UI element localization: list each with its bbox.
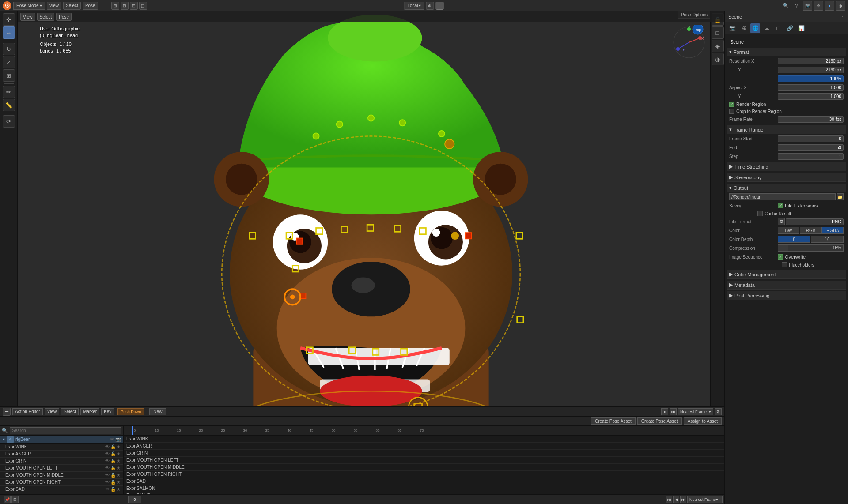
assign-asset-btn[interactable]: Assign to Asset bbox=[684, 417, 722, 425]
view-menu[interactable]: View bbox=[47, 2, 62, 10]
file-format-value[interactable]: PNG bbox=[786, 218, 844, 225]
vp-pose-btn[interactable]: Pose bbox=[56, 13, 72, 21]
constraint-tab[interactable]: 🔗 bbox=[785, 23, 795, 33]
tl-settings-btn[interactable]: ⚙ bbox=[715, 408, 722, 415]
cursor-tool[interactable]: ✛ bbox=[3, 13, 15, 26]
channel-search-input[interactable] bbox=[10, 427, 121, 434]
lock-icon-ml[interactable]: 🔒 bbox=[110, 466, 116, 470]
channel-item-mouth-left[interactable]: Expr MOUTH OPEN LEFT 👁 🔒 ★ bbox=[0, 465, 123, 472]
action-editor-btn[interactable]: Action Editor bbox=[12, 408, 43, 415]
vp-view-btn[interactable]: View bbox=[20, 13, 35, 21]
tl-icon-2[interactable]: ⏭ bbox=[670, 408, 677, 415]
placeholders-checkbox[interactable] bbox=[782, 262, 787, 267]
lock-icon-sad[interactable]: 🔒 bbox=[110, 487, 116, 492]
transform-icon2[interactable] bbox=[435, 2, 443, 10]
tl-icon-pin[interactable]: 📌 bbox=[4, 496, 11, 503]
stereoscopy-header[interactable]: ▶ Stereoscopy bbox=[727, 173, 846, 182]
crop-checkbox[interactable] bbox=[729, 109, 734, 114]
create-pose-asset-btn2[interactable]: Create Pose Asset bbox=[637, 417, 682, 425]
channel-item-sad[interactable]: Expr SAD 👁 🔒 ★ bbox=[0, 486, 123, 493]
viewport-icon-3[interactable]: ⊟ bbox=[130, 2, 138, 10]
tl-view-btn[interactable]: View bbox=[45, 408, 60, 415]
object-tab[interactable]: ◻ bbox=[773, 23, 783, 33]
compression-bar[interactable]: 15% bbox=[778, 244, 844, 252]
rig-camera-icon[interactable]: 📷 bbox=[115, 437, 121, 442]
rgb-btn[interactable]: RGB bbox=[800, 227, 822, 234]
render-region-checkbox[interactable]: ✓ bbox=[729, 102, 734, 107]
star-icon-ml[interactable]: ★ bbox=[117, 466, 121, 470]
shading-icon[interactable]: ● bbox=[825, 1, 834, 11]
viewport-icon-1[interactable]: ⊞ bbox=[111, 2, 119, 10]
play-icon-2[interactable]: ◀ bbox=[673, 496, 679, 503]
rgba-btn[interactable]: RGBA bbox=[822, 227, 844, 234]
render-icon[interactable]: 📷 bbox=[803, 1, 812, 11]
eye-icon-ml[interactable]: 👁 bbox=[105, 466, 110, 470]
rotate-tool[interactable]: ↻ bbox=[3, 43, 15, 55]
star-icon-wink[interactable]: ★ bbox=[117, 444, 121, 449]
folder-browse-btn[interactable]: 📁 bbox=[837, 193, 844, 200]
channel-item-grin[interactable]: Expr GRIN 👁 🔒 ★ bbox=[0, 458, 123, 465]
overlay-icon[interactable]: ◑ bbox=[836, 1, 845, 11]
pose-menu[interactable]: Pose bbox=[83, 2, 98, 10]
viewport-icon-4[interactable]: ◳ bbox=[139, 2, 147, 10]
y-axis[interactable] bbox=[676, 47, 680, 51]
push-down-btn[interactable]: Push Down bbox=[117, 408, 144, 415]
output-tab[interactable]: 🖨 bbox=[739, 23, 749, 33]
time-stretching-header[interactable]: ▶ Time Stretching bbox=[727, 162, 846, 171]
frame-step-value[interactable]: 1 bbox=[778, 153, 844, 160]
lock-icon-grin[interactable]: 🔒 bbox=[110, 459, 116, 463]
tl-marker-btn[interactable]: Marker bbox=[80, 408, 99, 415]
aspect-x-value[interactable]: 1.000 bbox=[778, 84, 844, 91]
star-icon-mr[interactable]: ★ bbox=[117, 480, 121, 485]
output-header[interactable]: ▾ Output bbox=[727, 184, 846, 192]
lock-icon-anger[interactable]: 🔒 bbox=[110, 451, 116, 456]
frame-number-display[interactable]: 0 bbox=[128, 496, 141, 503]
vp-select-btn[interactable]: Select bbox=[37, 13, 55, 21]
play-icon-3[interactable]: ⏭ bbox=[680, 496, 686, 503]
tl-icon-filter[interactable]: ⊟ bbox=[11, 496, 19, 503]
app-logo[interactable]: ⦿ bbox=[3, 1, 11, 10]
star-icon-sad[interactable]: ★ bbox=[117, 487, 121, 492]
metadata-header[interactable]: ▶ Metadata bbox=[727, 281, 846, 290]
overwrite-checkbox[interactable]: ✓ bbox=[778, 254, 783, 260]
rig-eye-icon[interactable]: 👁 bbox=[110, 437, 114, 442]
eye-icon-mm[interactable]: 👁 bbox=[105, 473, 110, 478]
post-processing-header[interactable]: ▶ Post Processing bbox=[727, 291, 846, 300]
eye-icon-sad[interactable]: 👁 bbox=[105, 487, 110, 492]
overlay-btn[interactable]: ◑ bbox=[712, 53, 724, 65]
channel-item-anger[interactable]: Expr ANGER 👁 🔒 ★ bbox=[0, 451, 123, 458]
resolution-x-value[interactable]: 2160 px bbox=[778, 58, 844, 64]
annotate-tool[interactable]: ✏ bbox=[3, 86, 15, 98]
transform-dropdown[interactable]: Local ▾ bbox=[405, 2, 424, 10]
lock-icon-mm[interactable]: 🔒 bbox=[110, 473, 116, 478]
settings-icon[interactable]: ⚙ bbox=[814, 1, 823, 11]
eye-icon-mr[interactable]: 👁 bbox=[105, 480, 110, 485]
tl-icon-1[interactable]: ⏮ bbox=[661, 408, 668, 415]
resolution-pct-value[interactable]: 100% bbox=[778, 75, 844, 82]
eye-icon-grin[interactable]: 👁 bbox=[105, 459, 110, 463]
select-menu[interactable]: Select bbox=[63, 2, 81, 10]
help-icon[interactable]: ? bbox=[792, 1, 801, 10]
timeline-menu-btn[interactable]: ☰ bbox=[3, 408, 11, 416]
eye-icon-anger[interactable]: 👁 bbox=[105, 451, 110, 456]
star-icon-mm[interactable]: ★ bbox=[117, 473, 121, 478]
transform-tool[interactable]: ⊞ bbox=[3, 69, 15, 82]
render-tab[interactable]: 📷 bbox=[727, 23, 737, 33]
move-tool[interactable]: ↔ bbox=[3, 26, 15, 39]
mode-dropdown[interactable]: Pose Mode ▾ bbox=[13, 2, 45, 10]
depth-8-btn[interactable]: 8 bbox=[778, 236, 810, 243]
search-icon[interactable]: 🔍 bbox=[781, 1, 790, 10]
frame-end-value[interactable]: 59 bbox=[778, 144, 844, 151]
frame-rate-value[interactable]: 30 fps bbox=[778, 116, 844, 123]
create-pose-asset-btn[interactable]: Create Pose Asset bbox=[591, 417, 636, 425]
eye-icon-wink[interactable]: 👁 bbox=[105, 444, 110, 449]
file-extensions-checkbox[interactable]: ✓ bbox=[778, 203, 783, 208]
tl-select-btn[interactable]: Select bbox=[61, 408, 79, 415]
aspect-y-value[interactable]: 1.000 bbox=[778, 93, 844, 100]
channel-item-mouth-mid[interactable]: Expr MOUTH OPEN MIDDLE 👁 🔒 ★ bbox=[0, 472, 123, 479]
xray-btn[interactable]: ◈ bbox=[712, 40, 724, 52]
world-tab[interactable]: ☁ bbox=[762, 23, 772, 33]
resolution-y-value[interactable]: 2160 px bbox=[778, 67, 844, 73]
orthographic-btn[interactable]: □ bbox=[712, 26, 724, 39]
lock-icon-mr[interactable]: 🔒 bbox=[110, 480, 116, 485]
